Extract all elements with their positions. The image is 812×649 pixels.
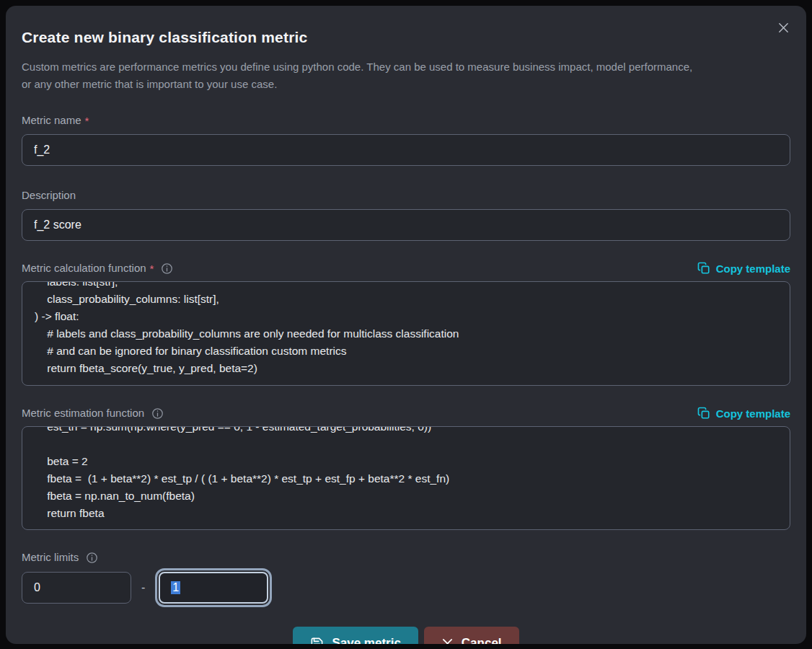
selected-text: 1 bbox=[171, 581, 180, 594]
cancel-button[interactable]: Cancel bbox=[424, 627, 519, 644]
action-buttons-row: Save metric Cancel bbox=[22, 627, 790, 644]
modal-subtitle: Custom metrics are performance metrics y… bbox=[22, 58, 700, 93]
info-icon[interactable] bbox=[151, 407, 164, 420]
copy-template-estimation-button[interactable]: Copy template bbox=[697, 407, 790, 420]
limit-max-input[interactable]: 1 bbox=[159, 572, 268, 604]
save-icon bbox=[310, 637, 324, 645]
modal-title: Create new binary classification metric bbox=[22, 27, 790, 48]
calculation-function-label: Metric calculation function bbox=[22, 261, 146, 275]
estimation-code-editor[interactable]: est_tn = np.sum(np.where(y_pred == 0, 1 … bbox=[22, 426, 790, 530]
calculation-function-group: Metric calculation function * bbox=[22, 260, 790, 386]
metric-limits-label: Metric limits bbox=[22, 550, 79, 565]
estimation-code-text: est_tn = np.sum(np.where(y_pred == 0, 1 … bbox=[35, 426, 777, 522]
create-metric-modal: Create new binary classification metric … bbox=[6, 6, 806, 644]
info-icon[interactable] bbox=[161, 262, 173, 275]
description-group: Description bbox=[22, 187, 790, 241]
copy-icon bbox=[697, 407, 710, 420]
cancel-label: Cancel bbox=[462, 636, 502, 644]
info-icon[interactable] bbox=[86, 552, 98, 564]
save-metric-label: Save metric bbox=[332, 636, 400, 644]
limit-min-input[interactable] bbox=[22, 572, 131, 604]
calculation-code-editor[interactable]: labels: list[str], class_probability_col… bbox=[22, 281, 790, 386]
description-label: Description bbox=[22, 188, 76, 203]
metric-name-input[interactable] bbox=[22, 134, 790, 166]
copy-template-label: Copy template bbox=[716, 407, 790, 420]
close-icon[interactable] bbox=[775, 19, 792, 36]
metric-limits-group: Metric limits - 1 bbox=[22, 549, 790, 604]
limits-separator: - bbox=[141, 581, 145, 594]
required-asterisk: * bbox=[85, 115, 89, 127]
save-metric-button[interactable]: Save metric bbox=[293, 627, 418, 644]
cancel-x-icon bbox=[441, 637, 454, 645]
required-asterisk: * bbox=[150, 262, 154, 275]
metric-name-label: Metric name bbox=[22, 113, 81, 128]
copy-icon bbox=[697, 262, 710, 275]
calculation-code-text: labels: list[str], class_probability_col… bbox=[35, 281, 777, 377]
metric-name-group: Metric name * bbox=[22, 112, 790, 166]
estimation-function-label: Metric estimation function bbox=[22, 406, 144, 420]
description-input[interactable] bbox=[22, 209, 790, 241]
copy-template-calculation-button[interactable]: Copy template bbox=[697, 262, 790, 275]
estimation-function-group: Metric estimation function Copy bbox=[22, 405, 790, 530]
copy-template-label: Copy template bbox=[716, 262, 790, 275]
page-backdrop: Create new binary classification metric … bbox=[0, 0, 812, 649]
